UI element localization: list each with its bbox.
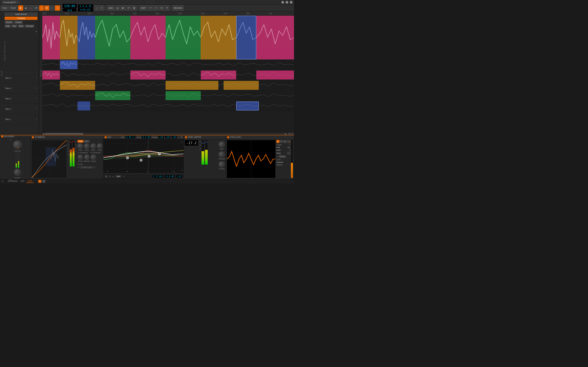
take5-close[interactable]: × — [36, 77, 37, 79]
play-button[interactable]: ▶ — [18, 5, 23, 11]
gain-button[interactable]: Gain — [5, 25, 11, 27]
osc-a-btn[interactable]: A — [277, 140, 279, 143]
take4-row[interactable] — [42, 70, 294, 80]
bell-selector[interactable]: Bell — [115, 175, 121, 178]
dynamics-release-knob[interactable] — [84, 154, 90, 160]
add-button[interactable]: + — [39, 5, 44, 11]
limiter-release-knob[interactable] — [219, 151, 225, 158]
input-label[interactable]: X Device Input — [80, 166, 93, 169]
formant-button[interactable]: Formant — [25, 25, 34, 27]
play-label-button[interactable]: PLAY — [9, 5, 17, 11]
output-knob[interactable] — [91, 154, 96, 160]
range-value[interactable]: ±10 — [159, 136, 164, 138]
knee1-knob[interactable] — [84, 143, 89, 149]
band-power-icon[interactable]: ⏻ — [109, 175, 111, 177]
comp-button[interactable]: ⊞ — [44, 5, 49, 11]
shift-value[interactable]: 0.00 st — [126, 136, 135, 138]
record-mode-button[interactable]: ⊡ — [55, 5, 60, 11]
eq-power[interactable] — [104, 136, 107, 138]
edit-button[interactable]: EDIT — [139, 5, 147, 11]
range-20[interactable]: ±20 — [165, 136, 170, 138]
horizontal-scrollbar[interactable]: ◀ ▶ 1/16 ▼ — [42, 133, 294, 135]
slope-up-btn[interactable]: ↑ — [287, 152, 290, 154]
eq-q-display[interactable]: 1.41 — [176, 175, 182, 178]
ratio2-knob[interactable] — [91, 143, 96, 149]
scroll-right-btn[interactable]: ▶ — [285, 133, 286, 135]
osc-b-btn[interactable]: B — [280, 140, 283, 143]
de-esser-freq-knob[interactable] — [13, 141, 22, 149]
loop-button[interactable]: ⇄ — [34, 5, 39, 11]
comp-clip-green2[interactable] — [165, 16, 201, 59]
take5-row[interactable] — [42, 60, 294, 70]
comp-clip-green1[interactable] — [95, 16, 130, 59]
input-knob[interactable] — [219, 142, 225, 148]
take2-close[interactable]: × — [36, 108, 37, 110]
band-solo-icon[interactable]: ◈ — [112, 175, 114, 177]
eq-freq-display[interactable]: 2.72 kHz — [153, 175, 163, 178]
knee2-knob[interactable] — [97, 143, 102, 149]
app-tab[interactable]: CompingGUI* × — [1, 0, 20, 4]
stop-button[interactable]: ■ — [24, 5, 28, 11]
dynamics-power[interactable] — [32, 136, 34, 138]
eq-gain-value[interactable]: 0.0 dB — [142, 136, 150, 138]
eq-band-4[interactable]: 4 — [126, 157, 129, 159]
de-esser-power[interactable] — [1, 135, 3, 138]
position-display[interactable]: 3.2.3.31 — [78, 4, 93, 8]
tab-close-btn[interactable]: × — [17, 1, 18, 3]
eq-band-2[interactable]: 2 — [158, 152, 161, 155]
record-button[interactable]: ● — [28, 5, 33, 11]
arrow-btn[interactable]: ↗ — [99, 5, 104, 11]
scrollbar-thumb[interactable] — [45, 133, 83, 134]
stutter-btn[interactable]: ||| — [115, 5, 120, 11]
file-button[interactable]: FILE — [1, 5, 9, 11]
audio-events-button[interactable]: Audio Events — [5, 13, 37, 16]
view-btn-1[interactable]: □ — [38, 180, 41, 183]
comp-clip-gold1[interactable] — [60, 16, 78, 59]
view-btn-2[interactable]: ||| — [42, 180, 45, 183]
redo-btn[interactable]: ↪ — [154, 5, 159, 11]
de-esser-amount-knob[interactable] — [14, 169, 21, 176]
comp-clip-blue2[interactable] — [236, 16, 256, 59]
bpm-display[interactable]: 110.00 — [63, 4, 77, 8]
take3-row[interactable] — [42, 80, 294, 91]
delete-btn[interactable]: ✕ — [164, 5, 170, 11]
eq-band-3[interactable]: 3 — [148, 155, 150, 158]
take4-close[interactable]: × — [36, 87, 37, 89]
eq-graph[interactable]: 4 5 3 2 +10 0 -10 20 100 1k 10k — [103, 139, 183, 173]
comp-clip-pink3[interactable] — [256, 16, 294, 59]
comp-clip-pink2[interactable] — [130, 16, 165, 59]
close-button[interactable] — [281, 1, 284, 4]
peak-button[interactable]: Peak — [78, 140, 83, 142]
copy-btn[interactable]: ⧉ — [159, 5, 164, 11]
osc-bars-btn[interactable]: ||| — [283, 140, 286, 143]
take1-row[interactable] — [42, 101, 294, 111]
reverse-btn[interactable]: ↺ — [126, 5, 131, 11]
eq-settings-btn[interactable]: ⚙ — [181, 136, 182, 138]
range-30[interactable]: ±30 — [172, 136, 177, 138]
pan-button[interactable]: Pan — [11, 25, 17, 27]
comp-track[interactable] — [42, 16, 294, 60]
comp-clip-blue1[interactable] — [78, 16, 95, 59]
eq-gain-band-display[interactable]: +1.8 dB — [165, 175, 174, 178]
comping-button[interactable]: Comping — [5, 17, 37, 20]
region-button[interactable]: REGION — [172, 5, 184, 11]
oscilloscope-power[interactable] — [227, 136, 229, 138]
pitch-button[interactable]: Pitch — [18, 25, 24, 27]
stretch-button[interactable]: Stretch — [5, 21, 13, 24]
dynamics-graph[interactable] — [31, 140, 67, 178]
attack-knob[interactable] — [78, 154, 83, 160]
peak-limiter-power[interactable] — [185, 136, 187, 138]
scroll-left-btn[interactable]: ◀ — [43, 133, 44, 135]
ratio1-knob[interactable] — [78, 143, 83, 149]
ceiling-knob[interactable] — [219, 161, 225, 167]
minimize-button[interactable] — [285, 1, 288, 4]
eq-band-5[interactable]: 5 — [140, 159, 142, 161]
sync-btn[interactable]: ↕ — [94, 5, 99, 11]
add-track-button[interactable]: + — [50, 5, 54, 11]
comp-clip-pink1[interactable] — [42, 16, 60, 59]
onsets-button[interactable]: Onsets — [14, 21, 23, 24]
band-number[interactable]: 3 — [105, 175, 107, 178]
eq-expand-btn[interactable]: ↕ — [178, 136, 179, 138]
take1-close[interactable]: × — [36, 118, 37, 120]
freeze-button[interactable]: Freeze — [279, 155, 286, 158]
